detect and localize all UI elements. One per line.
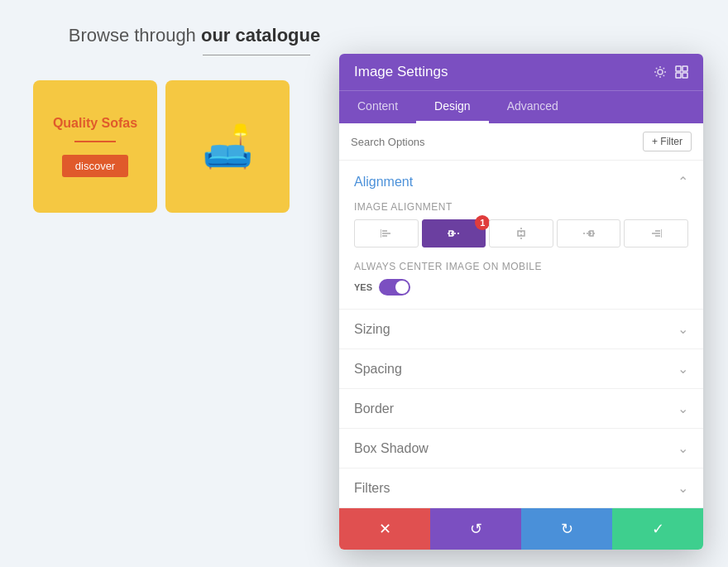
svg-point-0	[658, 70, 663, 74]
title-plain: Browse through	[69, 25, 201, 46]
svg-rect-3	[676, 73, 681, 78]
box-shadow-chevron-icon: ⌄	[678, 440, 688, 456]
discover-button[interactable]: discover	[62, 155, 128, 177]
search-input[interactable]	[351, 136, 636, 148]
spacing-section-title: Spacing	[354, 362, 402, 377]
box-shadow-section-title: Box Shadow	[354, 441, 429, 456]
align-center-left-button[interactable]: 1	[422, 219, 486, 247]
confirm-button[interactable]: ✓	[612, 508, 703, 550]
image-settings-modal: Image Settings Content Design Advanced	[339, 54, 703, 550]
alignment-section: Alignment ⌃ Image Alignment	[339, 161, 703, 310]
spacing-chevron-icon: ⌄	[678, 361, 688, 377]
toggle-row: YES	[354, 279, 688, 296]
svg-rect-2	[682, 66, 687, 71]
alignment-section-header[interactable]: Alignment ⌃	[354, 174, 688, 190]
filters-section[interactable]: Filters ⌄	[339, 468, 703, 508]
tab-content[interactable]: Content	[339, 91, 416, 123]
redo-button[interactable]: ↻	[521, 508, 612, 550]
align-center-button[interactable]	[489, 219, 553, 247]
image-alignment-label: Image Alignment	[354, 201, 688, 213]
search-bar: + Filter	[339, 123, 703, 161]
modal-title: Image Settings	[354, 64, 448, 80]
page-title: Browse through our catalogue	[25, 25, 364, 46]
expand-icon[interactable]	[675, 65, 688, 79]
modal-footer: ✕ ↺ ↻ ✓	[339, 508, 703, 550]
modal-body: Alignment ⌃ Image Alignment	[339, 161, 703, 508]
card-sofa: 🛋️	[165, 80, 290, 213]
alignment-section-content: Image Alignment	[354, 201, 688, 296]
card-label: Quality Sofas	[53, 116, 137, 131]
modal-header-icons	[654, 65, 688, 79]
filter-button[interactable]: + Filter	[643, 132, 692, 151]
card-text: Quality Sofas discover	[33, 80, 157, 213]
mobile-center-label: Always Center Image On Mobile	[354, 261, 688, 272]
filters-section-title: Filters	[354, 481, 390, 496]
undo-button[interactable]: ↺	[430, 508, 521, 550]
alignment-buttons: 1	[354, 219, 688, 247]
card-divider	[74, 141, 116, 142]
title-bold: our catalogue	[201, 25, 320, 46]
sofa-icon: 🛋️	[202, 123, 253, 171]
sizing-section[interactable]: Sizing ⌄	[339, 310, 703, 349]
svg-rect-4	[682, 73, 687, 78]
tab-design[interactable]: Design	[416, 91, 489, 123]
sizing-chevron-icon: ⌄	[678, 321, 688, 337]
title-divider	[203, 55, 310, 55]
box-shadow-section[interactable]: Box Shadow ⌄	[339, 429, 703, 468]
mobile-center-row: Always Center Image On Mobile YES	[354, 261, 688, 296]
alignment-chevron-icon: ⌃	[678, 174, 688, 190]
cancel-button[interactable]: ✕	[339, 508, 430, 550]
mobile-center-toggle[interactable]	[379, 279, 410, 296]
border-section-title: Border	[354, 401, 394, 416]
border-section[interactable]: Border ⌄	[339, 389, 703, 429]
alignment-section-title: Alignment	[354, 175, 413, 190]
spacing-section[interactable]: Spacing ⌄	[339, 349, 703, 389]
align-center-right-button[interactable]	[557, 219, 621, 247]
modal-tabs: Content Design Advanced	[339, 90, 703, 123]
alignment-badge: 1	[475, 215, 490, 230]
tab-advanced[interactable]: Advanced	[489, 91, 577, 123]
border-chevron-icon: ⌄	[678, 401, 688, 416]
sizing-section-title: Sizing	[354, 322, 390, 337]
toggle-yes-label: YES	[354, 282, 372, 292]
toggle-thumb	[395, 281, 409, 294]
align-right-button[interactable]	[624, 219, 688, 247]
align-left-button[interactable]	[354, 219, 419, 247]
filters-chevron-icon: ⌄	[678, 480, 688, 496]
settings-icon[interactable]	[654, 65, 667, 79]
modal-header: Image Settings	[339, 54, 703, 90]
svg-rect-1	[676, 66, 681, 71]
